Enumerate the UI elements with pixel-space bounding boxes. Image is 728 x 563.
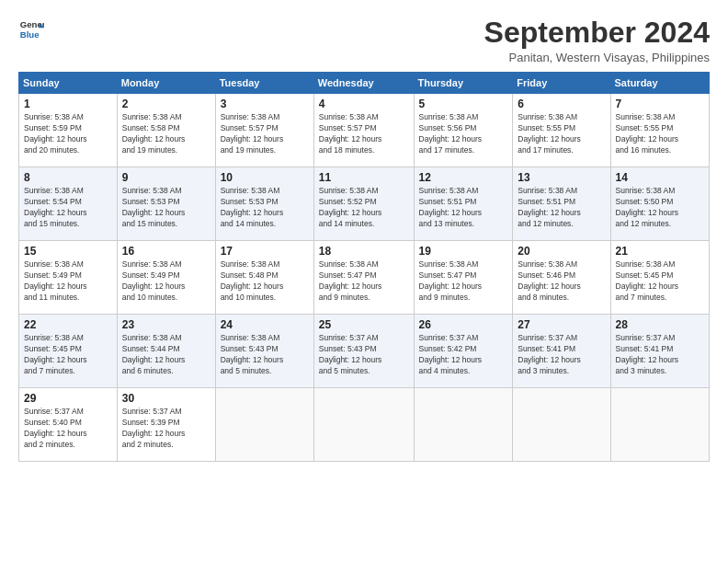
day-info: Sunrise: 5:38 AMSunset: 5:50 PMDaylight:… bbox=[616, 186, 704, 230]
day-number: 19 bbox=[419, 245, 508, 258]
day-number: 25 bbox=[319, 318, 409, 331]
calendar-week-row: 22Sunrise: 5:38 AMSunset: 5:45 PMDayligh… bbox=[19, 315, 710, 388]
day-number: 22 bbox=[24, 318, 112, 331]
day-number: 26 bbox=[419, 318, 508, 331]
day-info: Sunrise: 5:38 AMSunset: 5:59 PMDaylight:… bbox=[24, 112, 112, 156]
calendar-week-row: 8Sunrise: 5:38 AMSunset: 5:54 PMDaylight… bbox=[19, 167, 710, 241]
table-row: 8Sunrise: 5:38 AMSunset: 5:54 PMDaylight… bbox=[19, 167, 118, 241]
col-sunday: Sunday bbox=[19, 73, 118, 94]
day-info: Sunrise: 5:38 AMSunset: 5:56 PMDaylight:… bbox=[419, 112, 508, 156]
day-number: 18 bbox=[319, 245, 409, 258]
col-monday: Monday bbox=[117, 73, 215, 94]
day-number: 23 bbox=[122, 318, 210, 331]
day-number: 30 bbox=[122, 392, 210, 405]
table-row: 1Sunrise: 5:38 AMSunset: 5:59 PMDaylight… bbox=[19, 94, 118, 167]
day-number: 10 bbox=[221, 171, 309, 184]
day-number: 4 bbox=[319, 98, 409, 110]
day-info: Sunrise: 5:38 AMSunset: 5:53 PMDaylight:… bbox=[122, 186, 210, 230]
title-block: September 2024 Panitan, Western Visayas,… bbox=[484, 17, 710, 64]
day-number: 9 bbox=[122, 171, 210, 184]
day-info: Sunrise: 5:37 AMSunset: 5:41 PMDaylight:… bbox=[518, 333, 605, 377]
day-number: 3 bbox=[221, 98, 309, 110]
table-row: 10Sunrise: 5:38 AMSunset: 5:53 PMDayligh… bbox=[215, 167, 313, 241]
day-number: 24 bbox=[221, 318, 309, 331]
table-row: 22Sunrise: 5:38 AMSunset: 5:45 PMDayligh… bbox=[19, 315, 118, 388]
table-row: 7Sunrise: 5:38 AMSunset: 5:55 PMDaylight… bbox=[610, 94, 709, 167]
page-title: September 2024 bbox=[484, 17, 710, 49]
day-number: 6 bbox=[518, 98, 605, 110]
day-info: Sunrise: 5:38 AMSunset: 5:43 PMDaylight:… bbox=[221, 333, 309, 377]
day-info: Sunrise: 5:37 AMSunset: 5:43 PMDaylight:… bbox=[319, 333, 409, 377]
table-row: 17Sunrise: 5:38 AMSunset: 5:48 PMDayligh… bbox=[215, 241, 313, 315]
day-number: 13 bbox=[518, 171, 605, 184]
table-row: 14Sunrise: 5:38 AMSunset: 5:50 PMDayligh… bbox=[610, 167, 709, 241]
table-row: 2Sunrise: 5:38 AMSunset: 5:58 PMDaylight… bbox=[117, 94, 215, 167]
day-info: Sunrise: 5:38 AMSunset: 5:46 PMDaylight:… bbox=[518, 259, 605, 304]
day-info: Sunrise: 5:38 AMSunset: 5:51 PMDaylight:… bbox=[419, 186, 508, 230]
calendar-header-row: Sunday Monday Tuesday Wednesday Thursday… bbox=[19, 73, 710, 94]
table-row: 24Sunrise: 5:38 AMSunset: 5:43 PMDayligh… bbox=[215, 315, 313, 388]
col-friday: Friday bbox=[513, 73, 610, 94]
col-wednesday: Wednesday bbox=[313, 73, 414, 94]
table-row: 21Sunrise: 5:38 AMSunset: 5:45 PMDayligh… bbox=[610, 241, 709, 315]
table-row: 11Sunrise: 5:38 AMSunset: 5:52 PMDayligh… bbox=[313, 167, 414, 241]
day-info: Sunrise: 5:37 AMSunset: 5:42 PMDaylight:… bbox=[419, 333, 508, 377]
table-row: 29Sunrise: 5:37 AMSunset: 5:40 PMDayligh… bbox=[19, 388, 118, 462]
calendar-table: Sunday Monday Tuesday Wednesday Thursday… bbox=[18, 72, 710, 462]
day-info: Sunrise: 5:38 AMSunset: 5:47 PMDaylight:… bbox=[419, 259, 508, 304]
table-row: 23Sunrise: 5:38 AMSunset: 5:44 PMDayligh… bbox=[117, 315, 215, 388]
day-number: 11 bbox=[319, 171, 409, 184]
day-info: Sunrise: 5:38 AMSunset: 5:57 PMDaylight:… bbox=[221, 112, 309, 156]
col-tuesday: Tuesday bbox=[215, 73, 313, 94]
table-row: 5Sunrise: 5:38 AMSunset: 5:56 PMDaylight… bbox=[414, 94, 513, 167]
page-header: General Blue September 2024 Panitan, Wes… bbox=[18, 17, 710, 64]
day-info: Sunrise: 5:38 AMSunset: 5:49 PMDaylight:… bbox=[24, 259, 112, 304]
day-number: 12 bbox=[419, 171, 508, 184]
table-row bbox=[313, 388, 414, 462]
table-row: 26Sunrise: 5:37 AMSunset: 5:42 PMDayligh… bbox=[414, 315, 513, 388]
day-number: 1 bbox=[24, 98, 112, 110]
day-info: Sunrise: 5:38 AMSunset: 5:54 PMDaylight:… bbox=[24, 186, 112, 230]
day-number: 5 bbox=[419, 98, 508, 110]
page-subtitle: Panitan, Western Visayas, Philippines bbox=[484, 51, 710, 64]
day-number: 8 bbox=[24, 171, 112, 184]
day-info: Sunrise: 5:38 AMSunset: 5:45 PMDaylight:… bbox=[616, 259, 704, 304]
col-thursday: Thursday bbox=[414, 73, 513, 94]
table-row: 25Sunrise: 5:37 AMSunset: 5:43 PMDayligh… bbox=[313, 315, 414, 388]
day-number: 7 bbox=[616, 98, 704, 110]
table-row: 13Sunrise: 5:38 AMSunset: 5:51 PMDayligh… bbox=[513, 167, 610, 241]
day-info: Sunrise: 5:37 AMSunset: 5:39 PMDaylight:… bbox=[122, 407, 210, 451]
day-info: Sunrise: 5:38 AMSunset: 5:58 PMDaylight:… bbox=[122, 112, 210, 156]
day-number: 28 bbox=[616, 318, 704, 331]
day-info: Sunrise: 5:37 AMSunset: 5:41 PMDaylight:… bbox=[616, 333, 704, 377]
table-row: 30Sunrise: 5:37 AMSunset: 5:39 PMDayligh… bbox=[117, 388, 215, 462]
table-row: 6Sunrise: 5:38 AMSunset: 5:55 PMDaylight… bbox=[513, 94, 610, 167]
day-number: 29 bbox=[24, 392, 112, 405]
calendar-page: General Blue September 2024 Panitan, Wes… bbox=[0, 0, 728, 563]
day-info: Sunrise: 5:38 AMSunset: 5:49 PMDaylight:… bbox=[122, 259, 210, 304]
table-row: 27Sunrise: 5:37 AMSunset: 5:41 PMDayligh… bbox=[513, 315, 610, 388]
day-number: 20 bbox=[518, 245, 605, 258]
table-row: 16Sunrise: 5:38 AMSunset: 5:49 PMDayligh… bbox=[117, 241, 215, 315]
table-row: 20Sunrise: 5:38 AMSunset: 5:46 PMDayligh… bbox=[513, 241, 610, 315]
day-number: 27 bbox=[518, 318, 605, 331]
table-row: 12Sunrise: 5:38 AMSunset: 5:51 PMDayligh… bbox=[414, 167, 513, 241]
table-row: 19Sunrise: 5:38 AMSunset: 5:47 PMDayligh… bbox=[414, 241, 513, 315]
table-row: 9Sunrise: 5:38 AMSunset: 5:53 PMDaylight… bbox=[117, 167, 215, 241]
table-row: 28Sunrise: 5:37 AMSunset: 5:41 PMDayligh… bbox=[610, 315, 709, 388]
day-info: Sunrise: 5:38 AMSunset: 5:57 PMDaylight:… bbox=[319, 112, 409, 156]
day-number: 17 bbox=[221, 245, 309, 258]
calendar-week-row: 29Sunrise: 5:37 AMSunset: 5:40 PMDayligh… bbox=[19, 388, 710, 462]
table-row: 15Sunrise: 5:38 AMSunset: 5:49 PMDayligh… bbox=[19, 241, 118, 315]
day-info: Sunrise: 5:38 AMSunset: 5:44 PMDaylight:… bbox=[122, 333, 210, 377]
day-info: Sunrise: 5:37 AMSunset: 5:40 PMDaylight:… bbox=[24, 407, 112, 451]
day-number: 2 bbox=[122, 98, 210, 110]
day-number: 15 bbox=[24, 245, 112, 258]
day-info: Sunrise: 5:38 AMSunset: 5:45 PMDaylight:… bbox=[24, 333, 112, 377]
day-number: 16 bbox=[122, 245, 210, 258]
table-row bbox=[414, 388, 513, 462]
logo-icon: General Blue bbox=[18, 17, 44, 42]
col-saturday: Saturday bbox=[610, 73, 709, 94]
logo: General Blue bbox=[18, 17, 44, 42]
calendar-week-row: 15Sunrise: 5:38 AMSunset: 5:49 PMDayligh… bbox=[19, 241, 710, 315]
